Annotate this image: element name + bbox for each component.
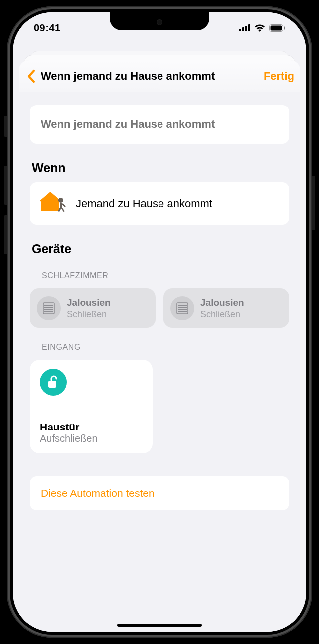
room-label-entrance: EINGANG	[42, 343, 287, 352]
device-tile-state: Schließen	[200, 309, 244, 320]
device-tile-title: Jalousien	[67, 297, 111, 309]
volume-down-button	[4, 215, 7, 254]
side-button	[4, 116, 7, 137]
nav-bar: Wenn jemand zu Hause ankommt Fertig	[19, 60, 300, 92]
cellular-icon	[239, 24, 250, 31]
device-tile-front-door[interactable]: Haustür Aufschließen	[30, 360, 153, 453]
svg-rect-14	[177, 303, 188, 314]
section-header-when: Wenn	[32, 161, 287, 175]
screen: 09:41	[13, 12, 306, 632]
svg-rect-9	[43, 303, 54, 314]
home-indicator[interactable]	[117, 624, 202, 627]
svg-rect-6	[284, 26, 285, 29]
svg-rect-0	[239, 29, 241, 31]
device-tile-title: Jalousien	[200, 297, 244, 309]
status-time: 09:41	[34, 22, 61, 34]
device-tile-state: Aufschließen	[40, 433, 143, 444]
when-condition-label: Jemand zu Hause ankommt	[76, 197, 212, 210]
volume-up-button	[4, 166, 7, 205]
automation-name-card[interactable]	[30, 105, 289, 144]
automation-name-input[interactable]	[41, 118, 278, 131]
blinds-icon	[37, 296, 61, 320]
svg-point-7	[58, 198, 63, 203]
unlock-icon	[40, 369, 67, 396]
done-button[interactable]: Fertig	[260, 70, 294, 83]
back-button[interactable]	[23, 66, 40, 86]
notch	[110, 12, 209, 30]
power-button	[312, 176, 315, 230]
svg-rect-5	[271, 25, 282, 30]
device-tile-state: Schließen	[67, 309, 111, 320]
arrive-home-icon	[40, 191, 68, 216]
nav-title: Wenn jemand zu Hause ankommt	[40, 70, 260, 83]
device-tile-blinds[interactable]: Jalousien Schließen	[30, 288, 156, 328]
phone-frame: 09:41	[7, 6, 312, 638]
svg-rect-2	[245, 26, 247, 31]
when-condition-row[interactable]: Jemand zu Hause ankommt	[30, 182, 289, 225]
test-automation-label: Diese Automation testen	[41, 487, 155, 499]
blinds-icon	[170, 296, 194, 320]
device-tile-title: Haustür	[40, 421, 143, 433]
wifi-icon	[254, 24, 265, 32]
section-header-devices: Geräte	[32, 242, 287, 256]
svg-rect-3	[248, 24, 250, 31]
chevron-left-icon	[27, 69, 36, 83]
status-icons	[239, 24, 285, 32]
room-label-bedroom: SCHLAFZIMMER	[42, 271, 287, 280]
device-tile-blinds[interactable]: Jalousien Schließen	[163, 288, 289, 328]
svg-rect-1	[242, 27, 244, 31]
svg-rect-19	[48, 381, 56, 388]
battery-icon	[269, 24, 285, 32]
test-automation-button[interactable]: Diese Automation testen	[30, 476, 289, 510]
automation-sheet: Wenn jemand zu Hause ankommt Fertig Wenn	[19, 60, 300, 632]
